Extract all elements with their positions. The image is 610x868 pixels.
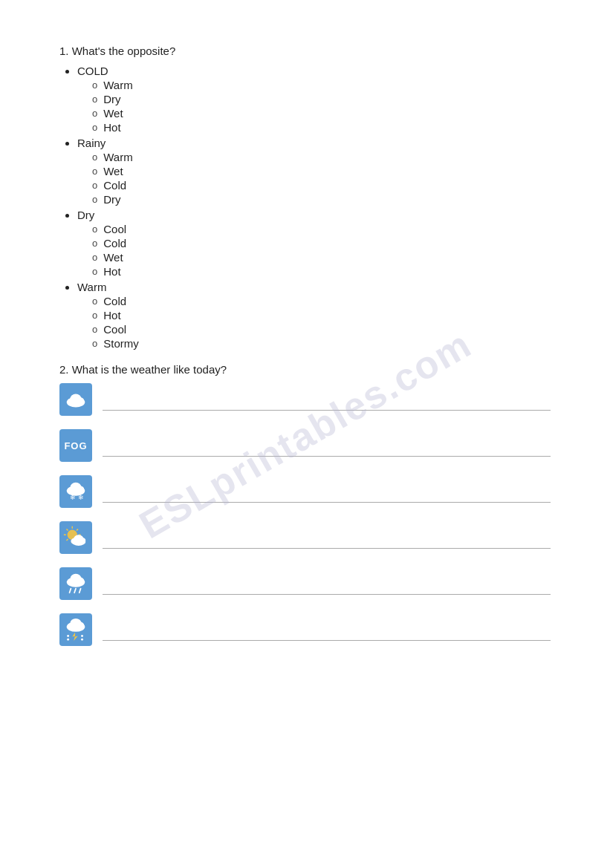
weather-row-1 bbox=[59, 383, 551, 416]
rainy-opt-2: Wet bbox=[92, 165, 551, 177]
cold-opt-1: Warm bbox=[92, 79, 551, 91]
rainy-options: Warm Wet Cold Dry bbox=[77, 151, 551, 206]
cloud-icon bbox=[59, 383, 92, 416]
sun-cloud-icon bbox=[59, 521, 92, 554]
weather-line-5[interactable] bbox=[103, 572, 551, 595]
question2-section: 2. What is the weather like today? FOG bbox=[59, 363, 551, 646]
dry-opt-4: Hot bbox=[92, 265, 551, 278]
snow-cloud-icon: ❄ ❄ bbox=[59, 475, 92, 508]
cold-opt-3: Wet bbox=[92, 107, 551, 120]
fog-icon: FOG bbox=[59, 429, 92, 462]
list-item-cold: COLD Warm Dry Wet Hot bbox=[77, 65, 551, 134]
dry-opt-3: Wet bbox=[92, 251, 551, 264]
list-item-warm: Warm Cold Hot Cool Stormy bbox=[77, 281, 551, 350]
list-item-rainy: Rainy Warm Wet Cold Dry bbox=[77, 137, 551, 206]
svg-line-17 bbox=[66, 539, 68, 541]
weather-line-6[interactable] bbox=[103, 619, 551, 641]
weather-line-4[interactable] bbox=[103, 526, 551, 549]
cold-options: Warm Dry Wet Hot bbox=[77, 79, 551, 134]
page: ESLprintables.com 1. What's the opposite… bbox=[0, 0, 610, 868]
list-item-dry: Dry Cool Cold Wet Hot bbox=[77, 209, 551, 278]
weather-row-4 bbox=[59, 521, 551, 554]
warm-opt-3: Cool bbox=[92, 323, 551, 336]
svg-line-28 bbox=[80, 589, 81, 593]
svg-text:❄ ❄: ❄ ❄ bbox=[70, 494, 83, 501]
rain-cloud-icon bbox=[59, 567, 92, 600]
svg-line-27 bbox=[74, 589, 76, 593]
thunder-snow-icon bbox=[59, 613, 92, 646]
weather-row-2: FOG bbox=[59, 429, 551, 462]
fog-label: FOG bbox=[64, 440, 87, 451]
svg-point-36 bbox=[67, 635, 69, 637]
warm-opt-2: Hot bbox=[92, 309, 551, 322]
svg-point-35 bbox=[81, 639, 83, 641]
dry-options: Cool Cold Wet Hot bbox=[77, 223, 551, 278]
weather-line-1[interactable] bbox=[103, 388, 551, 411]
weather-row-6 bbox=[59, 613, 551, 646]
weather-row-5 bbox=[59, 567, 551, 600]
question1-list: COLD Warm Dry Wet Hot Rainy Warm Wet Col… bbox=[59, 65, 551, 350]
cold-opt-4: Hot bbox=[92, 121, 551, 134]
warm-opt-4: Stormy bbox=[92, 337, 551, 350]
rainy-opt-4: Dry bbox=[92, 193, 551, 206]
rainy-opt-3: Cold bbox=[92, 179, 551, 192]
svg-line-16 bbox=[77, 529, 78, 530]
rainy-opt-1: Warm bbox=[92, 151, 551, 163]
question2-label: 2. What is the weather like today? bbox=[59, 363, 551, 376]
svg-point-37 bbox=[67, 639, 69, 641]
svg-point-3 bbox=[76, 397, 84, 404]
svg-point-7 bbox=[76, 486, 84, 492]
cold-opt-2: Dry bbox=[92, 93, 551, 105]
weather-line-3[interactable] bbox=[103, 480, 551, 503]
dry-opt-2: Cold bbox=[92, 237, 551, 249]
svg-point-34 bbox=[81, 635, 83, 637]
svg-marker-33 bbox=[72, 633, 78, 641]
dry-opt-1: Cool bbox=[92, 223, 551, 235]
warm-options: Cold Hot Cool Stormy bbox=[77, 295, 551, 350]
svg-line-26 bbox=[70, 589, 71, 593]
warm-opt-1: Cold bbox=[92, 295, 551, 307]
svg-point-25 bbox=[76, 578, 84, 584]
svg-point-21 bbox=[79, 538, 85, 544]
weather-line-2[interactable] bbox=[103, 434, 551, 457]
question1-label: 1. What's the opposite? bbox=[59, 45, 551, 57]
svg-point-32 bbox=[76, 622, 84, 629]
weather-row-3: ❄ ❄ bbox=[59, 475, 551, 508]
svg-line-14 bbox=[66, 529, 68, 530]
